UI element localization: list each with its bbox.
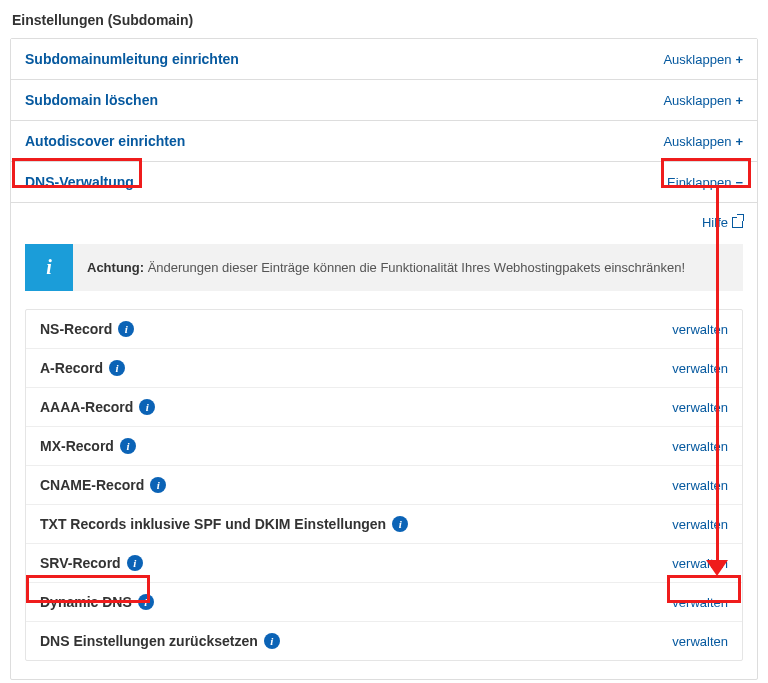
record-label: A-Record — [40, 360, 103, 376]
minus-icon: − — [735, 175, 743, 190]
info-icon[interactable]: i — [150, 477, 166, 493]
page-title: Einstellungen (Subdomain) — [10, 8, 758, 38]
info-icon[interactable]: i — [138, 594, 154, 610]
expand-toggle[interactable]: Ausklappen + — [663, 52, 743, 67]
record-label: TXT Records inklusive SPF und DKIM Einst… — [40, 516, 386, 532]
record-label: SRV-Record — [40, 555, 121, 571]
toggle-label: Einklappen — [667, 175, 731, 190]
manage-link[interactable]: verwalten — [672, 439, 728, 454]
record-cname: CNAME-Record i verwalten — [26, 465, 742, 504]
record-srv: SRV-Record i verwalten — [26, 543, 742, 582]
record-label: CNAME-Record — [40, 477, 144, 493]
info-icon[interactable]: i — [118, 321, 134, 337]
manage-link[interactable]: verwalten — [672, 322, 728, 337]
external-link-icon — [732, 217, 743, 228]
section-title: Subdomainumleitung einrichten — [25, 51, 239, 67]
manage-link[interactable]: verwalten — [672, 361, 728, 376]
help-label: Hilfe — [702, 215, 728, 230]
info-icon[interactable]: i — [139, 399, 155, 415]
section-header[interactable]: Subdomainumleitung einrichten Ausklappen… — [11, 39, 757, 79]
record-name: SRV-Record i — [40, 555, 143, 571]
manage-link[interactable]: verwalten — [672, 595, 728, 610]
record-name: AAAA-Record i — [40, 399, 155, 415]
record-name: CNAME-Record i — [40, 477, 166, 493]
plus-icon: + — [735, 93, 743, 108]
record-label: MX-Record — [40, 438, 114, 454]
section-header[interactable]: DNS-Verwaltung Einklappen − — [11, 162, 757, 202]
alert-body: Änderungen dieser Einträge können die Fu… — [148, 260, 685, 275]
section-body-dns: Hilfe i Achtung: Änderungen dieser Eintr… — [11, 202, 757, 679]
section-autodiscover: Autodiscover einrichten Ausklappen + — [11, 120, 757, 161]
toggle-label: Ausklappen — [663, 52, 731, 67]
record-name: MX-Record i — [40, 438, 136, 454]
manage-link[interactable]: verwalten — [672, 556, 728, 571]
record-name: TXT Records inklusive SPF und DKIM Einst… — [40, 516, 408, 532]
alert-text: Achtung: Änderungen dieser Einträge könn… — [73, 244, 699, 291]
info-icon[interactable]: i — [127, 555, 143, 571]
section-subdomain-redirect: Subdomainumleitung einrichten Ausklappen… — [11, 39, 757, 79]
record-aaaa: AAAA-Record i verwalten — [26, 387, 742, 426]
record-txt: TXT Records inklusive SPF und DKIM Einst… — [26, 504, 742, 543]
expand-toggle[interactable]: Ausklappen + — [663, 93, 743, 108]
settings-accordion: Subdomainumleitung einrichten Ausklappen… — [10, 38, 758, 680]
section-title: DNS-Verwaltung — [25, 174, 134, 190]
info-icon[interactable]: i — [392, 516, 408, 532]
section-header[interactable]: Subdomain löschen Ausklappen + — [11, 80, 757, 120]
collapse-toggle[interactable]: Einklappen − — [667, 175, 743, 190]
record-dns-reset: DNS Einstellungen zurücksetzen i verwalt… — [26, 621, 742, 660]
info-icon[interactable]: i — [264, 633, 280, 649]
warning-alert: i Achtung: Änderungen dieser Einträge kö… — [25, 244, 743, 291]
record-label: AAAA-Record — [40, 399, 133, 415]
info-icon[interactable]: i — [120, 438, 136, 454]
help-link[interactable]: Hilfe — [702, 215, 743, 230]
toggle-label: Ausklappen — [663, 93, 731, 108]
record-label: NS-Record — [40, 321, 112, 337]
section-title: Subdomain löschen — [25, 92, 158, 108]
record-name: NS-Record i — [40, 321, 134, 337]
manage-link[interactable]: verwalten — [672, 400, 728, 415]
alert-prefix: Achtung: — [87, 260, 144, 275]
section-subdomain-delete: Subdomain löschen Ausklappen + — [11, 79, 757, 120]
manage-link[interactable]: verwalten — [672, 517, 728, 532]
record-dynamic-dns: Dynamic DNS i verwalten — [26, 582, 742, 621]
section-header[interactable]: Autodiscover einrichten Ausklappen + — [11, 121, 757, 161]
toggle-label: Ausklappen — [663, 134, 731, 149]
record-name: A-Record i — [40, 360, 125, 376]
plus-icon: + — [735, 52, 743, 67]
info-icon: i — [25, 244, 73, 291]
record-label: DNS Einstellungen zurücksetzen — [40, 633, 258, 649]
plus-icon: + — [735, 134, 743, 149]
manage-link[interactable]: verwalten — [672, 478, 728, 493]
dns-record-list: NS-Record i verwalten A-Record i verwalt… — [25, 309, 743, 661]
section-title: Autodiscover einrichten — [25, 133, 185, 149]
expand-toggle[interactable]: Ausklappen + — [663, 134, 743, 149]
manage-link[interactable]: verwalten — [672, 634, 728, 649]
record-name: Dynamic DNS i — [40, 594, 154, 610]
record-label: Dynamic DNS — [40, 594, 132, 610]
help-row: Hilfe — [25, 203, 743, 236]
section-dns-management: DNS-Verwaltung Einklappen − Hilfe i Acht… — [11, 161, 757, 679]
record-ns: NS-Record i verwalten — [26, 310, 742, 348]
record-a: A-Record i verwalten — [26, 348, 742, 387]
record-mx: MX-Record i verwalten — [26, 426, 742, 465]
info-icon[interactable]: i — [109, 360, 125, 376]
record-name: DNS Einstellungen zurücksetzen i — [40, 633, 280, 649]
